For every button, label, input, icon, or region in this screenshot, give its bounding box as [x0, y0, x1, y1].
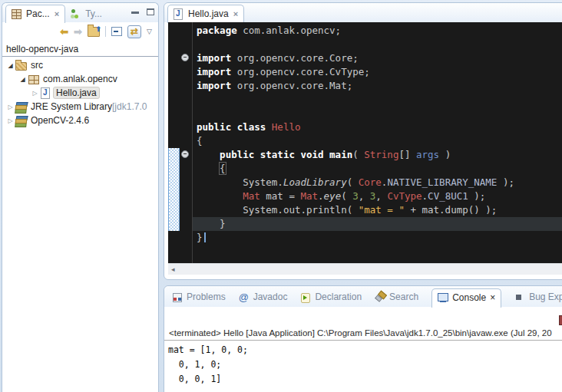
console-tab-console[interactable]: Console× [431, 288, 501, 308]
editor-area: Hello.java × package com.anlak.opencv;im… [164, 2, 562, 280]
view-tabs: Pac...×Ty... [5, 5, 107, 22]
console-toolbar-icon[interactable] [559, 315, 562, 325]
view-menu-icon[interactable]: ▽ [147, 27, 152, 37]
code-line: import org.opencv.core.CvType; [193, 65, 562, 79]
tree-item-label: com.anlak.opencv [43, 74, 117, 84]
tree-item-com-anlak-opencv[interactable]: ◢com.anlak.opencv [2, 72, 158, 86]
editor-vertical-ruler [168, 22, 193, 263]
code-line [193, 38, 562, 51]
code-line: } [193, 231, 562, 245]
close-icon[interactable]: × [55, 9, 59, 18]
package-icon [28, 74, 40, 84]
collapsed-arrow-icon[interactable]: ▷ [5, 117, 15, 124]
maximize-icon[interactable] [147, 8, 154, 15]
view-tab-type-hierarchy[interactable]: Ty... [65, 5, 107, 22]
minimize-icon[interactable] [131, 12, 139, 14]
type-hierarchy-icon [70, 8, 82, 19]
tree-item-label: Hello.java [53, 87, 100, 99]
expanded-arrow-icon[interactable]: ◢ [5, 62, 15, 69]
tree-item-decoration: [jdk1.7.0 [112, 101, 147, 112]
square-icon [514, 292, 525, 302]
code-line: import org.opencv.core.Core; [193, 51, 562, 65]
editor-tab-label: Hello.java [188, 8, 229, 19]
code-editor: package com.anlak.opencv;import org.open… [168, 22, 562, 263]
close-icon[interactable]: × [490, 292, 495, 303]
editor-tabstrip: Hello.java × [164, 3, 562, 22]
console-tab-label: Search [389, 292, 418, 302]
collapsed-arrow-icon[interactable]: ▷ [30, 90, 40, 97]
range-indicator [168, 148, 180, 231]
package-explorer-toolbar: ⬅➡⇄▽ [2, 22, 158, 41]
code-line [193, 107, 562, 120]
tree-item-label: OpenCV-2.4.6 [31, 115, 89, 126]
code-line: Mat mat = Mat.eye( 3, 3, CvType.CV_8UC1 … [193, 189, 562, 203]
code-line: System.out.println( "mat = " + mat.dump(… [193, 203, 562, 217]
console-tab-declaration[interactable]: Declaration [300, 292, 362, 307]
scroll-left-arrow-icon[interactable]: ◂ [168, 265, 175, 273]
console-tab-label: Declaration [315, 292, 362, 302]
library-icon [15, 101, 28, 112]
view-tab-label: Pac... [26, 8, 50, 19]
tree-item-src[interactable]: ◢src [2, 58, 158, 72]
editor-horizontal-scrollbar[interactable]: ◂ [168, 263, 562, 275]
package-explorer-icon [11, 8, 23, 19]
jfile-icon [40, 87, 52, 98]
expanded-arrow-icon[interactable]: ◢ [18, 76, 28, 83]
text-caret [204, 232, 206, 242]
code-line: { [193, 162, 562, 176]
console-output-line: 0, 0, 1] [168, 372, 562, 387]
console-icon [438, 293, 448, 303]
console-tab-bug-explorer[interactable]: Bug Explorer [514, 292, 562, 307]
view-tab-package-explorer[interactable]: Pac...× [5, 5, 65, 23]
code-line: { [193, 134, 562, 148]
back-arrow-icon[interactable]: ⬅ [60, 27, 68, 37]
console-tab-label: Bug Explorer [529, 292, 562, 302]
console-output[interactable]: mat = [1, 0, 0; 0, 1, 0; 0, 0, 1] [164, 341, 562, 387]
close-icon[interactable]: × [233, 9, 238, 18]
problems-icon [172, 292, 183, 302]
code-line: } [193, 217, 562, 231]
fold-collapse-icon[interactable] [181, 150, 189, 158]
tree-item-jre-system-library[interactable]: ▷JRE System Library [jdk1.7.0 [2, 100, 158, 114]
view-window-buttons [131, 8, 154, 15]
code-line: public static void main( String[] args ) [193, 148, 562, 162]
console-output-line: mat = [1, 0, 0; [168, 343, 562, 357]
code-text-area[interactable]: package com.anlak.opencv;import org.open… [193, 22, 562, 263]
package-explorer-tabstrip: Pac...×Ty... [2, 3, 158, 22]
view-tab-label: Ty... [85, 8, 102, 19]
search-icon [375, 292, 385, 302]
code-line: System.LoadLibrary( Core.NATIVE_LIBRARY_… [193, 176, 562, 189]
console-tab-label: Problems [187, 292, 226, 302]
up-folder-icon[interactable] [88, 27, 100, 37]
console-output-line: 0, 1, 0; [168, 357, 562, 372]
toolbar-separator [105, 26, 106, 37]
declaration-icon [300, 292, 311, 302]
java-file-icon [173, 8, 185, 19]
package-explorer-view: Pac...×Ty... ⬅➡⇄▽ hello-opencv-java ◢src… [2, 2, 159, 392]
console-tab-search[interactable]: Search [375, 292, 418, 307]
link-with-editor-icon[interactable]: ⇄ [127, 25, 141, 38]
collapse-all-icon[interactable] [111, 27, 122, 36]
tree-item-label: src [31, 60, 43, 71]
library-icon [15, 115, 28, 126]
tree-item-opencv-2-4-6[interactable]: ▷OpenCV-2.4.6 [2, 114, 158, 127]
console-tab-javadoc[interactable]: Javadoc [239, 292, 288, 307]
javadoc-icon [239, 292, 250, 302]
editor-tab-hello-java[interactable]: Hello.java × [167, 5, 244, 23]
project-tree: ◢src◢com.anlak.opencv▷Hello.java▷JRE Sys… [2, 57, 158, 127]
code-line [193, 93, 562, 107]
forward-arrow-icon[interactable]: ➡ [74, 27, 82, 37]
project-root-item[interactable]: hello-opencv-java [2, 43, 158, 57]
code-line: public class Hello [193, 120, 562, 134]
collapsed-arrow-icon[interactable]: ▷ [5, 104, 15, 110]
console-view: ProblemsJavadocDeclarationSearchConsole×… [164, 285, 562, 392]
tree-item-label: JRE System Library [31, 101, 112, 112]
console-tabstrip: ProblemsJavadocDeclarationSearchConsole×… [164, 286, 562, 307]
console-status-line: <terminated> Hello [Java Application] C:… [169, 328, 562, 338]
tree-item-hello-java[interactable]: ▷Hello.java [2, 86, 158, 100]
console-tab-label: Console [452, 292, 486, 303]
srcfolder-icon [15, 60, 28, 71]
console-tab-problems[interactable]: Problems [172, 292, 226, 307]
fold-collapse-icon[interactable] [181, 54, 189, 61]
code-line: import org.opencv.core.Mat; [193, 79, 562, 93]
